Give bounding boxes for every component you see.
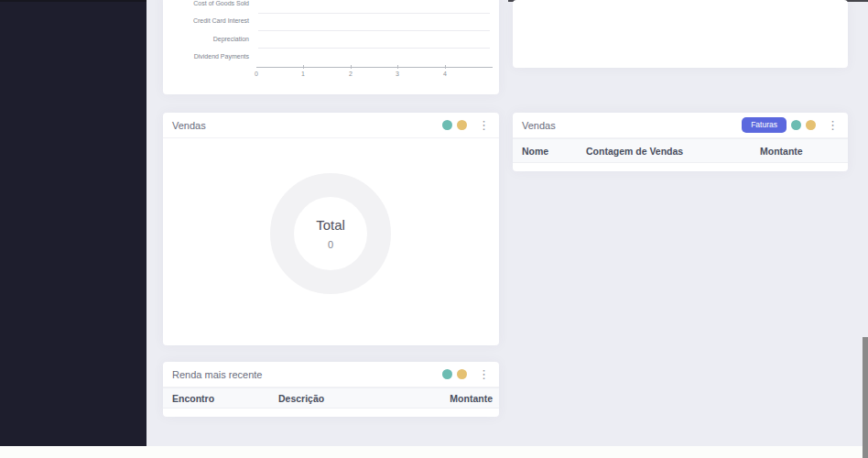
card-header: Renda mais recente ⋮ bbox=[163, 362, 499, 387]
sales-donut-card: Vendas ⋮ Total 0 bbox=[163, 113, 499, 345]
dashboard-screen: Cost of Goods Sold Credit Card Interest … bbox=[0, 0, 868, 458]
donut-total-label: Total bbox=[316, 217, 345, 233]
chart-gridline bbox=[258, 13, 490, 14]
chart-tick-label: 3 bbox=[388, 71, 407, 77]
chart-tick-label: 2 bbox=[342, 71, 360, 77]
chart-category-label: Cost of Goods Sold bbox=[163, 0, 249, 8]
bottom-strip bbox=[0, 446, 868, 458]
kebab-menu-icon[interactable]: ⋮ bbox=[478, 369, 490, 379]
chart-tick bbox=[397, 65, 398, 69]
recent-income-card: Renda mais recente ⋮ Encontro Descrição … bbox=[163, 362, 499, 417]
chart-tick bbox=[303, 65, 304, 69]
card-title: Renda mais recente bbox=[172, 369, 262, 380]
column-header-encontro: Encontro bbox=[172, 393, 214, 404]
column-header-descricao: Descrição bbox=[278, 393, 324, 404]
chart-category-label: Depreciation bbox=[163, 35, 249, 44]
chart-gridline bbox=[258, 30, 490, 31]
donut-center-text: Total 0 bbox=[270, 173, 391, 294]
chart-tick-label: 1 bbox=[294, 71, 312, 77]
legend-dot-teal-icon bbox=[442, 369, 452, 379]
column-header-contagem: Contagem de Vendas bbox=[586, 146, 683, 157]
chart-gridline bbox=[258, 48, 490, 49]
sidebar-nav[interactable] bbox=[0, 0, 146, 448]
chart-tick-label: 4 bbox=[436, 71, 454, 77]
faturas-button[interactable]: Faturas bbox=[742, 117, 787, 133]
column-header-nome: Nome bbox=[522, 146, 548, 157]
chart-tick-label: 0 bbox=[247, 71, 266, 77]
card-header: Vendas Faturas ⋮ bbox=[513, 113, 848, 138]
card-header-actions: ⋮ bbox=[442, 120, 490, 130]
chart-x-axis bbox=[256, 67, 493, 68]
sales-list-card: Vendas Faturas ⋮ Nome Contagem de Vendas… bbox=[513, 113, 848, 171]
chart-tick bbox=[445, 65, 446, 69]
table-header-row: Nome Contagem de Vendas Montante bbox=[513, 138, 848, 163]
empty-card bbox=[513, 0, 848, 68]
legend-dot-teal-icon bbox=[791, 120, 801, 130]
donut-chart: Total 0 bbox=[163, 138, 499, 345]
column-header-montante: Montante bbox=[450, 393, 493, 404]
expense-chart-card: Cost of Goods Sold Credit Card Interest … bbox=[163, 0, 499, 94]
chart-tick bbox=[351, 65, 352, 69]
legend-dot-yellow-icon bbox=[457, 120, 467, 130]
vertical-scrollbar[interactable] bbox=[863, 337, 868, 458]
card-title: Vendas bbox=[522, 120, 556, 131]
legend-dot-yellow-icon bbox=[457, 369, 467, 379]
card-title: Vendas bbox=[172, 120, 206, 131]
column-header-montante: Montante bbox=[760, 146, 803, 157]
kebab-menu-icon[interactable]: ⋮ bbox=[827, 120, 839, 130]
chart-category-label: Credit Card Interest bbox=[163, 16, 249, 26]
card-header-actions: Faturas ⋮ bbox=[742, 117, 839, 133]
chart-category-label: Dividend Payments bbox=[163, 52, 249, 61]
expense-bar-chart: Cost of Goods Sold Credit Card Interest … bbox=[163, 0, 499, 94]
table-header-row: Encontro Descrição Montante bbox=[163, 387, 499, 409]
legend-dot-teal-icon bbox=[442, 120, 452, 130]
donut-total-value: 0 bbox=[328, 239, 333, 250]
kebab-menu-icon[interactable]: ⋮ bbox=[478, 120, 490, 130]
card-header: Vendas ⋮ bbox=[163, 113, 499, 138]
card-header-actions: ⋮ bbox=[442, 369, 490, 379]
legend-dot-yellow-icon bbox=[806, 120, 816, 130]
